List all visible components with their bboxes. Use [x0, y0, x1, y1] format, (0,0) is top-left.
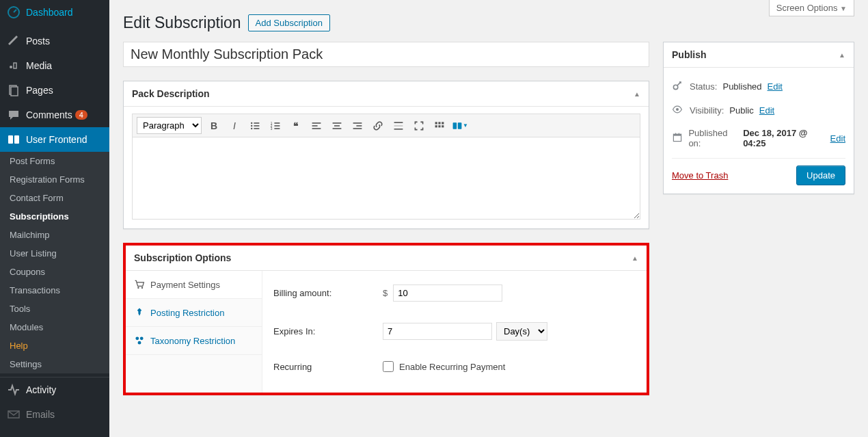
subscription-content: Billing amount: $ Expires In:	[262, 271, 647, 393]
svg-rect-14	[274, 122, 280, 124]
tab-posting-restriction[interactable]: Posting Restriction	[126, 299, 262, 327]
publish-header[interactable]: Publish ▲	[664, 42, 854, 68]
svg-point-7	[251, 122, 252, 123]
move-to-trash-link[interactable]: Move to Trash	[672, 170, 728, 181]
subscription-tabs: Payment Settings Posting Restriction Tax…	[126, 271, 262, 393]
visibility-label: Visibility:	[690, 105, 724, 116]
sidebar-item-user-frontend[interactable]: User Frontend	[0, 127, 109, 152]
edit-visibility-link[interactable]: Edit	[759, 105, 774, 116]
submenu: Post Forms Registration Forms Contact Fo…	[0, 152, 109, 373]
pin-icon	[134, 307, 145, 318]
svg-rect-24	[333, 128, 342, 129]
key-icon	[672, 80, 684, 93]
edit-date-link[interactable]: Edit	[830, 133, 845, 144]
visibility-icon	[672, 104, 684, 117]
recurring-checkbox[interactable]	[383, 361, 394, 372]
update-button[interactable]: Update	[796, 165, 845, 185]
published-on-value: Dec 18, 2017 @ 04:25	[743, 128, 824, 148]
status-label: Status:	[690, 81, 717, 92]
expires-unit-select[interactable]: Day(s)	[496, 322, 547, 341]
media-icon	[7, 59, 21, 72]
expires-in-input[interactable]	[383, 323, 492, 340]
numbered-list-button[interactable]: 123	[267, 118, 284, 134]
svg-rect-3	[11, 87, 18, 96]
submenu-coupons[interactable]: Coupons	[0, 263, 109, 281]
subscription-options-box: Subscription Options ▲ Payment Settings …	[123, 243, 649, 395]
readmore-button[interactable]	[390, 118, 407, 134]
toolbar-toggle-button[interactable]	[431, 118, 448, 134]
submenu-registration-forms[interactable]: Registration Forms	[0, 170, 109, 189]
submenu-help[interactable]: Help	[0, 336, 109, 355]
sidebar-item-label: Activity	[26, 384, 56, 395]
subscription-options-header[interactable]: Subscription Options ▲	[126, 246, 647, 271]
recurring-checkbox-label: Enable Recurring Payment	[399, 362, 505, 372]
screen-options-button[interactable]: Screen Options	[769, 0, 854, 16]
publish-title: Publish	[672, 49, 707, 60]
submenu-mailchimp[interactable]: Mailchimp	[0, 226, 109, 244]
submenu-tools[interactable]: Tools	[0, 300, 109, 318]
svg-rect-34	[435, 125, 437, 127]
svg-rect-33	[442, 122, 444, 124]
svg-rect-31	[435, 122, 437, 124]
italic-button[interactable]: I	[226, 118, 243, 134]
tab-taxonomy-restriction[interactable]: Taxonomy Restriction	[126, 327, 262, 355]
blockquote-button[interactable]: ❝	[288, 118, 304, 134]
submenu-subscriptions[interactable]: Subscriptions	[0, 207, 109, 226]
edit-status-link[interactable]: Edit	[768, 81, 783, 92]
svg-text:3: 3	[271, 127, 273, 130]
sidebar-item-media[interactable]: Media	[0, 53, 109, 78]
svg-rect-8	[254, 122, 259, 124]
sidebar-item-label: Media	[26, 60, 52, 71]
tab-label: Taxonomy Restriction	[150, 336, 235, 346]
submenu-user-listing[interactable]: User Listing	[0, 244, 109, 263]
title-input[interactable]	[123, 42, 649, 67]
calendar-icon	[672, 132, 683, 145]
pack-description-header[interactable]: Pack Description ▲	[124, 81, 649, 107]
billing-amount-input[interactable]	[393, 284, 502, 302]
align-left-button[interactable]	[308, 118, 325, 134]
bold-button[interactable]: B	[206, 118, 222, 134]
svg-point-41	[135, 336, 139, 340]
svg-rect-20	[312, 125, 318, 127]
paragraph-select[interactable]: Paragraph	[137, 117, 202, 134]
add-subscription-button[interactable]: Add Subscription	[248, 14, 330, 31]
svg-rect-47	[673, 134, 681, 135]
sidebar-item-label: Posts	[26, 36, 50, 47]
fullscreen-button[interactable]	[411, 118, 427, 134]
submenu-modules[interactable]: Modules	[0, 318, 109, 336]
recurring-label: Recurring	[273, 362, 383, 372]
svg-rect-35	[438, 125, 440, 127]
frontend-icon	[7, 133, 21, 146]
svg-point-40	[141, 287, 143, 289]
link-button[interactable]	[370, 118, 386, 134]
sidebar-item-activity[interactable]: Activity	[0, 378, 109, 402]
svg-rect-28	[394, 122, 403, 123]
svg-rect-30	[394, 129, 403, 130]
collapse-icon: ▲	[632, 254, 638, 262]
svg-point-1	[10, 66, 12, 68]
align-center-button[interactable]	[329, 118, 345, 134]
svg-rect-19	[312, 122, 321, 124]
submenu-transactions[interactable]: Transactions	[0, 281, 109, 300]
sidebar-item-comments[interactable]: Comments 4	[0, 103, 109, 127]
svg-rect-18	[274, 128, 280, 129]
wpuf-button[interactable]: ▼	[452, 118, 468, 134]
tab-label: Posting Restriction	[150, 308, 224, 318]
svg-rect-4	[8, 135, 13, 144]
cart-icon	[134, 279, 145, 290]
sidebar-item-dashboard[interactable]: Dashboard	[0, 0, 109, 25]
svg-rect-27	[353, 128, 362, 129]
submenu-post-forms[interactable]: Post Forms	[0, 152, 109, 170]
bullet-list-button[interactable]	[247, 118, 263, 134]
pin-icon	[7, 34, 21, 48]
svg-rect-10	[254, 125, 259, 127]
sidebar-item-emails[interactable]: Emails	[0, 402, 109, 427]
sidebar-item-posts[interactable]: Posts	[0, 29, 109, 53]
submenu-contact-form[interactable]: Contact Form	[0, 189, 109, 207]
align-right-button[interactable]	[349, 118, 366, 134]
submenu-settings[interactable]: Settings	[0, 355, 109, 373]
editor-textarea[interactable]	[132, 137, 640, 220]
tab-payment-settings[interactable]: Payment Settings	[126, 271, 262, 299]
sidebar-item-pages[interactable]: Pages	[0, 78, 109, 103]
tab-label: Payment Settings	[150, 280, 220, 290]
